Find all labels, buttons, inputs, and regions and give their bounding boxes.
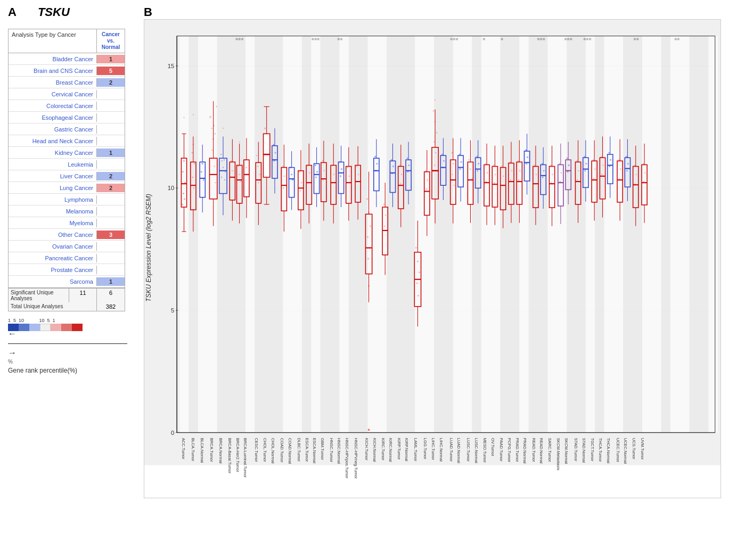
table-row[interactable]: Lymphoma <box>9 194 125 205</box>
svg-point-369 <box>519 170 520 171</box>
svg-point-299 <box>434 164 435 166</box>
table-row[interactable]: Colorectal Cancer <box>9 100 125 112</box>
svg-text:THCA.Tumor: THCA.Tumor <box>598 438 603 462</box>
table-row[interactable]: Bladder Cancer1 <box>9 53 125 65</box>
svg-rect-150 <box>264 134 270 177</box>
svg-rect-36 <box>321 36 340 433</box>
svg-point-507 <box>577 149 578 150</box>
row-cvn-cell <box>97 105 125 107</box>
svg-text:BLCA.Normal: BLCA.Normal <box>200 438 204 463</box>
table-row[interactable]: Breast Cancer2 <box>9 77 125 88</box>
table-row[interactable]: Esophageal Cancer <box>9 112 125 123</box>
svg-point-139 <box>259 174 260 175</box>
svg-point-82 <box>202 163 203 164</box>
svg-point-390 <box>543 170 545 171</box>
svg-point-403 <box>559 163 560 164</box>
svg-point-389 <box>542 163 543 164</box>
table-row[interactable]: Lung Cancer2 <box>9 182 125 194</box>
svg-point-74 <box>194 163 195 164</box>
svg-text:COAD.Normal: COAD.Normal <box>287 438 292 464</box>
svg-point-271 <box>407 158 408 159</box>
table-row[interactable]: Kidney Cancer1 <box>9 147 125 159</box>
row-cvn-cell <box>97 199 125 201</box>
svg-point-391 <box>542 176 544 178</box>
svg-point-461 <box>626 170 628 171</box>
table-row[interactable]: Pancreatic Cancer <box>9 252 125 264</box>
svg-point-494 <box>368 299 369 300</box>
row-cvn-cell: 2 <box>97 184 125 192</box>
svg-point-294 <box>433 110 434 111</box>
svg-text:LUSC.Normal: LUSC.Normal <box>474 438 479 463</box>
row-cancer-label: Brain and CNS Cancer <box>9 67 97 75</box>
svg-text:CHOL.Normal: CHOL.Normal <box>271 438 275 464</box>
svg-rect-49 <box>547 36 567 433</box>
table-row[interactable]: Ovarian Cancer <box>9 241 125 252</box>
svg-point-405 <box>560 181 561 182</box>
table-row[interactable]: Melanoma <box>9 205 125 217</box>
table-row[interactable]: Leukemia <box>9 159 125 170</box>
svg-point-191 <box>315 164 316 166</box>
table-row[interactable]: Head and Neck Cancer <box>9 135 125 147</box>
svg-point-244 <box>376 163 378 164</box>
table-row[interactable]: Brain and CNS Cancer5 <box>9 65 125 77</box>
svg-point-466 <box>634 164 635 166</box>
row-cvn-cell: 3 <box>97 230 125 239</box>
svg-point-426 <box>584 170 586 171</box>
row-cvn-cell <box>97 128 125 130</box>
svg-text:LUAD.Tumor: LUAD.Tumor <box>449 438 454 462</box>
table-row[interactable]: Liver Cancer2 <box>9 170 125 182</box>
table-row[interactable]: Myeloma <box>9 217 125 229</box>
svg-point-84 <box>203 179 204 181</box>
row-cancer-label: Kidney Cancer <box>9 149 97 157</box>
row-cvn-cell: 1 <box>97 277 125 286</box>
svg-point-397 <box>552 174 553 175</box>
svg-point-219 <box>347 167 348 168</box>
svg-point-83 <box>201 171 202 172</box>
svg-point-123 <box>237 166 239 167</box>
svg-text:HNSC-HPVneg.Tumor: HNSC-HPVneg.Tumor <box>354 438 358 479</box>
legend-num-left: 1 5 10 <box>8 318 24 323</box>
svg-text:TSKU Expression Level (log2 RS: TSKU Expression Level (log2 RSEM) <box>145 194 152 302</box>
svg-point-109 <box>225 171 226 172</box>
svg-point-512 <box>644 151 645 152</box>
svg-text:THCA.Normal: THCA.Normal <box>606 438 611 464</box>
svg-point-106 <box>222 160 223 161</box>
svg-point-468 <box>635 183 636 184</box>
row-cancer-label: Gastric Cancer <box>9 125 97 134</box>
table-row[interactable]: Other Cancer3 <box>9 229 125 241</box>
svg-point-375 <box>525 149 527 151</box>
svg-rect-39 <box>368 36 387 433</box>
svg-point-298 <box>435 152 436 153</box>
svg-text:MESO.Tumor: MESO.Tumor <box>482 438 487 463</box>
svg-text:UVM.Tumor: UVM.Tumor <box>640 438 645 460</box>
table-row[interactable]: Sarcoma1 <box>9 276 125 287</box>
legend: 1 5 10 10 5 1 ←——————————————→ % Gene ra… <box>8 318 125 374</box>
svg-point-278 <box>415 247 417 249</box>
svg-rect-45 <box>481 36 501 433</box>
svg-point-362 <box>511 170 512 171</box>
svg-point-354 <box>501 166 502 167</box>
svg-point-383 <box>536 174 537 175</box>
table-row[interactable]: Gastric Cancer <box>9 123 125 135</box>
svg-text:HNSC.Tumor: HNSC.Tumor <box>329 438 334 463</box>
svg-point-326 <box>468 159 469 160</box>
svg-point-438 <box>601 156 602 157</box>
svg-point-234 <box>367 236 368 238</box>
cancer-rows: Bladder Cancer1Brain and CNS Cancer5Brea… <box>9 53 125 287</box>
svg-point-100 <box>216 106 217 107</box>
svg-point-75 <box>192 177 193 178</box>
row-cancer-label: Breast Cancer <box>9 78 97 87</box>
svg-point-305 <box>443 160 445 162</box>
svg-point-206 <box>333 174 334 175</box>
svg-point-340 <box>485 163 486 164</box>
svg-rect-57 <box>670 36 690 433</box>
svg-point-368 <box>518 160 519 161</box>
svg-point-511 <box>635 154 636 155</box>
svg-text:CHOL.Tumor: CHOL.Tumor <box>263 438 267 463</box>
table-row[interactable]: Prostate Cancer <box>9 264 125 276</box>
svg-rect-27 <box>179 36 189 433</box>
svg-rect-51 <box>586 36 595 433</box>
row-cvn-cell <box>97 222 125 224</box>
table-row[interactable]: Cervical Cancer <box>9 88 125 100</box>
svg-point-355 <box>503 176 504 177</box>
